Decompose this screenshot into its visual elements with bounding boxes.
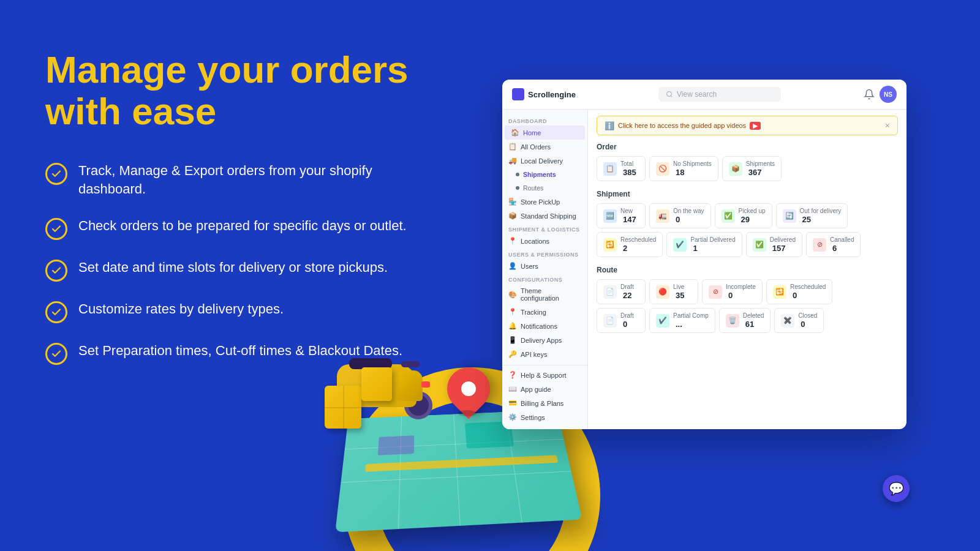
route-draft[interactable]: 📄 Draft 22	[597, 279, 646, 304]
logo-text: Scrollengine	[528, 90, 576, 99]
sidebar-item-store-pickup[interactable]: 🏪 Store PickUp	[502, 195, 587, 209]
orders-icon: 📋	[508, 143, 517, 151]
out-delivery-icon: 🔄	[783, 209, 796, 223]
sidebar-item-theme[interactable]: 🎨 Theme configuration	[502, 284, 587, 305]
shipment-canalled[interactable]: ⊘ Canalled 6	[806, 232, 861, 257]
sidebar-item-tracking[interactable]: 📍 Tracking	[502, 305, 587, 319]
check-icon-5	[45, 343, 67, 365]
sidebar-item-billing[interactable]: 💳 Billing & Plans	[502, 396, 587, 410]
shipment-delivered[interactable]: ✅ Delivered 157	[746, 232, 802, 257]
route-rescheduled-icon: 🔁	[773, 285, 786, 299]
sidebar-theme-label: Theme configuration	[521, 287, 581, 302]
sidebar-users-label: Users	[521, 263, 538, 270]
sidebar-item-users[interactable]: 👤 Users	[502, 259, 587, 273]
sidebar-item-api-keys[interactable]: 🔑 API keys	[502, 347, 587, 361]
search-placeholder: View search	[677, 90, 717, 99]
total-label: Total	[620, 160, 636, 168]
sidebar-item-locations[interactable]: 📍 Locations	[502, 234, 587, 248]
draft2-value: 0	[623, 320, 634, 329]
route-rescheduled-label: Rescheduled	[790, 283, 826, 291]
shipment-new[interactable]: 🆕 New 147	[597, 203, 646, 228]
sidebar-item-settings[interactable]: ⚙️ Settings	[502, 410, 587, 424]
shipment-row1: 🆕 New 147 🚛 On the way 0	[597, 203, 898, 228]
picked-up-value: 29	[741, 215, 766, 224]
partial-delivered-label: Partial Delivered	[690, 236, 735, 244]
order-stat-shipments[interactable]: 📦 Shipments 367	[722, 156, 782, 181]
shipment-on-the-way[interactable]: 🚛 On the way 0	[649, 203, 711, 228]
notifications-icon: 🔔	[508, 322, 517, 330]
new-value: 147	[623, 215, 636, 224]
theme-icon: 🎨	[508, 291, 517, 299]
canalled-label: Canalled	[830, 236, 854, 244]
total-icon: 📋	[603, 162, 617, 176]
sidebar-item-routes[interactable]: Routes	[502, 181, 587, 195]
sidebar-item-app-guide[interactable]: 📖 App guide	[502, 382, 587, 396]
logo-icon	[512, 88, 524, 100]
sidebar-item-delivery-apps[interactable]: 📱 Delivery Apps	[502, 333, 587, 347]
sidebar: Dashboard 🏠 Home 📋 All Orders 🚚 Local De…	[502, 110, 588, 429]
sidebar-item-standard-shipping[interactable]: 📦 Standard Shipping	[502, 209, 587, 223]
sidebar-section-users: Users & Permissions	[502, 248, 587, 259]
sidebar-item-home[interactable]: 🏠 Home	[505, 126, 585, 140]
shipments-value: 367	[748, 168, 775, 177]
incomplete-label: Incomplete	[726, 283, 756, 291]
guide-icon: 📖	[508, 385, 517, 393]
sidebar-item-local-delivery[interactable]: 🚚 Local Delivery	[502, 154, 587, 168]
deleted-label: Deleted	[743, 312, 764, 320]
feature-item-5: Set Preparation times, Cut-off times & B…	[45, 342, 425, 365]
route-deleted[interactable]: 🗑️ Deleted 61	[719, 308, 771, 333]
closed-label: Closed	[798, 312, 817, 320]
users-icon: 👤	[508, 262, 517, 270]
sidebar-apps-label: Delivery Apps	[521, 337, 562, 344]
search-bar[interactable]: View search	[658, 87, 781, 102]
shipment-rescheduled[interactable]: 🔁 Rescheduled 2	[597, 232, 663, 257]
shipping-icon: 📦	[508, 212, 517, 220]
feature-item-3: Set date and time slots for delivery or …	[45, 258, 425, 282]
on-the-way-icon: 🚛	[656, 209, 669, 223]
shipments-content: Shipments 367	[746, 160, 775, 177]
route-draft2[interactable]: 📄 Draft 0	[597, 308, 646, 333]
total-content: Total 385	[620, 160, 636, 177]
no-shipments-label: No Shipments	[673, 160, 712, 168]
tracking-icon: 📍	[508, 308, 517, 316]
no-shipments-icon: 🚫	[656, 162, 669, 176]
no-shipments-value: 18	[676, 168, 712, 177]
route-incomplete[interactable]: ⊘ Incomplete 0	[702, 279, 763, 304]
shipment-partial-delivered[interactable]: ✔️ Partial Delivered 1	[666, 232, 742, 257]
billing-icon: 💳	[508, 399, 517, 407]
picked-up-icon: ✅	[722, 209, 735, 223]
order-stat-total[interactable]: 📋 Total 385	[597, 156, 646, 181]
rescheduled-icon: 🔁	[603, 238, 617, 252]
live-value: 35	[676, 291, 684, 300]
shipment-section-title: Shipment	[597, 190, 898, 198]
chat-bubble[interactable]: 💬	[883, 475, 910, 502]
shipment-picked-up[interactable]: ✅ Picked up 29	[715, 203, 772, 228]
delivery-icon: 🚚	[508, 157, 517, 165]
sidebar-item-shipments[interactable]: Shipments	[502, 168, 587, 181]
bell-icon[interactable]	[864, 89, 875, 100]
sidebar-section-config: Configurations	[502, 273, 587, 284]
route-rescheduled[interactable]: 🔁 Rescheduled 0	[766, 279, 832, 304]
shipment-out-for-delivery[interactable]: 🔄 Out for delivery 25	[776, 203, 848, 228]
shipment-section: Shipment 🆕 New 147 🚛 On the way 0	[597, 190, 898, 257]
no-shipments-content: No Shipments 18	[673, 160, 712, 177]
sidebar-item-notifications[interactable]: 🔔 Notifications	[502, 319, 587, 333]
draft-label: Draft	[620, 283, 634, 291]
route-partial-comp[interactable]: ✔️ Partial Comp ...	[649, 308, 715, 333]
route-closed[interactable]: ✖️ Closed 0	[774, 308, 824, 333]
banner-text: ℹ️ Click here to access the guided app v…	[605, 121, 761, 130]
incomplete-icon: ⊘	[709, 285, 722, 299]
shipments-icon: 📦	[729, 162, 742, 176]
svg-point-0	[667, 92, 672, 97]
order-section: Order 📋 Total 385 🚫 No Shipments 18	[597, 143, 898, 181]
home-icon: 🏠	[511, 129, 519, 137]
sidebar-item-all-orders[interactable]: 📋 All Orders	[502, 140, 587, 154]
feature-text-5: Set Preparation times, Cut-off times & B…	[78, 342, 402, 360]
check-icon-3	[45, 260, 67, 282]
help-icon: ❓	[508, 371, 517, 379]
banner-close-button[interactable]: ×	[885, 121, 890, 130]
sidebar-help-label: Help & Support	[521, 372, 567, 379]
sidebar-item-help[interactable]: ❓ Help & Support	[502, 368, 587, 382]
route-live[interactable]: 🔴 Live 35	[649, 279, 698, 304]
order-stat-no-shipments[interactable]: 🚫 No Shipments 18	[649, 156, 718, 181]
